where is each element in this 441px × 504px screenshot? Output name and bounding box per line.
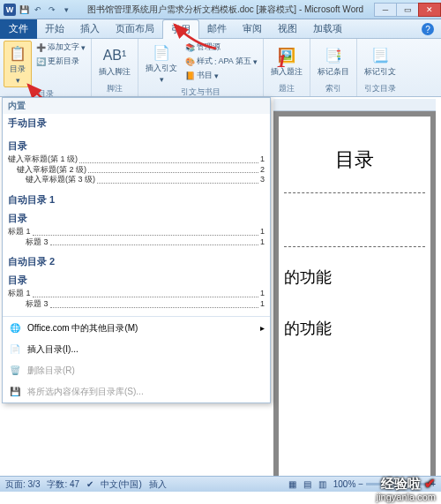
toc-option-auto2[interactable]: 自动目录 2 目录 标题 11 标题 31 xyxy=(3,252,270,314)
section-break xyxy=(284,192,425,193)
toc-option-basic[interactable]: 目录 键入章标题(第 1 级)1 键入章标题(第 2 级)2 键入章标题(第 3… xyxy=(3,137,270,191)
watermark: 经验啦 ✔ jingyanla.com xyxy=(377,477,436,502)
tab-mailings[interactable]: 邮件 xyxy=(199,19,235,38)
ribbon-tabs: 文件 开始 插入 页面布局 引用 邮件 审阅 视图 加载项 xyxy=(0,19,441,39)
index-icon: 📑 xyxy=(324,46,343,65)
document-page[interactable]: 目录 的功能 的功能 xyxy=(279,117,430,478)
add-text-button[interactable]: ➕ 添加文字 ▾ xyxy=(34,41,87,54)
save-icon[interactable]: 💾 xyxy=(18,4,30,16)
office-templates-button[interactable]: 🌐 Office.com 中的其他目录(M) ▸ xyxy=(3,318,270,339)
tab-review[interactable]: 审阅 xyxy=(235,19,270,38)
save-toc-button: 💾 将所选内容保存到目录库(S)... xyxy=(3,381,270,402)
group-label-caption: 题注 xyxy=(267,82,306,94)
group-label-cit: 引文与书目 xyxy=(142,86,259,98)
footnote-icon: AB¹ xyxy=(105,46,124,65)
menu-header-builtin: 内置 xyxy=(3,98,270,114)
maximize-button[interactable]: ▭ xyxy=(396,3,419,17)
save-selection-icon: 💾 xyxy=(8,385,22,399)
file-tab[interactable]: 文件 xyxy=(0,19,37,39)
proofing-icon[interactable]: ✔ xyxy=(86,479,93,489)
window-title: 图书馆管理系统用户需求分析文档模板.doc [兼容模式] - Microsoft… xyxy=(76,4,375,16)
group-label-auth: 引文目录 xyxy=(361,82,400,94)
citation-icon: 📄 xyxy=(152,42,171,62)
toc-option-auto1[interactable]: 自动目录 1 目录 标题 11 标题 31 xyxy=(3,191,270,252)
minimize-button[interactable]: ─ xyxy=(374,3,397,17)
window-controls: ─ ▭ ✕ xyxy=(375,3,441,17)
bibliography-button[interactable]: 📙 书目 ▾ xyxy=(183,69,259,82)
tab-addins[interactable]: 加载项 xyxy=(305,19,350,38)
insert-toc-button[interactable]: 📄 插入目录(I)... xyxy=(3,339,270,360)
doc-text: 的功能 xyxy=(284,267,425,288)
tab-layout[interactable]: 页面布局 xyxy=(108,19,162,38)
remove-icon: 🗑️ xyxy=(8,364,22,378)
close-button[interactable]: ✕ xyxy=(418,3,441,17)
word-icon: W xyxy=(4,4,16,16)
doc-text: 的功能 xyxy=(284,318,425,339)
tab-view[interactable]: 视图 xyxy=(270,19,305,38)
undo-icon[interactable]: ↶ xyxy=(32,4,44,16)
status-bar: 页面: 3/3 字数: 47 ✔ 中文(中国) 插入 ▦ ▤ ▥ 100% − … xyxy=(0,476,441,492)
insert-citation-button[interactable]: 📄 插入引文 ▾ xyxy=(142,41,181,86)
document-area: 目录 的功能 的功能 xyxy=(273,99,436,478)
ribbon: 📋 目录 ▾ ➕ 添加文字 ▾ 🔄 更新目录 目录 AB¹ 插入脚注 脚注 📄 … xyxy=(0,39,441,97)
view-web-icon[interactable]: ▥ xyxy=(318,479,326,489)
qat-more-icon[interactable]: ▾ xyxy=(60,4,72,16)
mark-citation-button[interactable]: 📃 标记引文 xyxy=(361,41,400,82)
tab-references[interactable]: 引用 xyxy=(162,19,199,39)
redo-icon[interactable]: ↷ xyxy=(46,4,58,16)
doc-heading: 目录 xyxy=(284,147,425,173)
language-indicator[interactable]: 中文(中国) xyxy=(101,478,142,491)
style-select[interactable]: 🎨 样式: APA 第五 ▾ xyxy=(183,55,259,68)
mark-entry-button[interactable]: 📑 标记条目 xyxy=(314,41,353,82)
tab-home[interactable]: 开始 xyxy=(37,19,72,38)
caption-icon: 🖼️ xyxy=(277,46,296,65)
window-titlebar: W 💾 ↶ ↷ ▾ 图书馆管理系统用户需求分析文档模板.doc [兼容模式] -… xyxy=(0,0,441,19)
update-toc-button[interactable]: 🔄 更新目录 xyxy=(34,55,87,68)
zoom-out-button[interactable]: − xyxy=(358,479,363,489)
group-label-footnotes: 脚注 xyxy=(95,82,134,94)
authorities-icon: 📃 xyxy=(370,46,390,65)
group-label-index: 索引 xyxy=(314,82,353,94)
chevron-right-icon: ▸ xyxy=(260,323,265,333)
insert-caption-button[interactable]: 🖼️ 插入题注 xyxy=(267,41,306,82)
toc-option-manual[interactable]: 手动目录 xyxy=(3,114,270,137)
office-icon: 🌐 xyxy=(8,321,22,335)
ribbon-group-footnotes: AB¹ 插入脚注 脚注 xyxy=(92,39,138,96)
word-count[interactable]: 字数: 47 xyxy=(47,478,79,491)
ribbon-group-authorities: 📃 标记引文 引文目录 xyxy=(357,39,403,96)
ribbon-group-caption: 🖼️ 插入题注 题注 xyxy=(264,39,310,96)
page-indicator[interactable]: 页面: 3/3 xyxy=(5,478,40,491)
remove-toc-button: 🗑️ 删除目录(R) xyxy=(3,360,270,381)
quick-access-toolbar: W 💾 ↶ ↷ ▾ xyxy=(0,4,76,16)
toc-icon: 📋 xyxy=(8,43,27,63)
manage-sources-button[interactable]: 📚 管理源 xyxy=(183,41,259,54)
ribbon-group-index: 📑 标记条目 索引 xyxy=(310,39,357,96)
help-icon[interactable]: ? xyxy=(422,23,434,35)
zoom-level[interactable]: 100% xyxy=(333,479,356,489)
insert-mode[interactable]: 插入 xyxy=(149,478,167,491)
ribbon-group-citations: 📄 插入引文 ▾ 📚 管理源 🎨 样式: APA 第五 ▾ 📙 书目 ▾ 引文与… xyxy=(138,39,264,96)
view-print-icon[interactable]: ▦ xyxy=(288,479,296,489)
tab-insert[interactable]: 插入 xyxy=(72,19,108,38)
ribbon-group-toc: 📋 目录 ▾ ➕ 添加文字 ▾ 🔄 更新目录 目录 xyxy=(0,39,92,96)
insert-footnote-button[interactable]: AB¹ 插入脚注 xyxy=(95,41,134,82)
toc-button[interactable]: 📋 目录 ▾ xyxy=(4,41,32,87)
view-read-icon[interactable]: ▤ xyxy=(303,479,311,489)
section-break xyxy=(284,246,425,247)
insert-toc-icon: 📄 xyxy=(8,342,22,357)
toc-gallery-menu: 内置 手动目录 目录 键入章标题(第 1 级)1 键入章标题(第 2 级)2 键… xyxy=(2,97,271,403)
ruler[interactable] xyxy=(273,99,436,111)
menu-separator xyxy=(3,316,270,317)
